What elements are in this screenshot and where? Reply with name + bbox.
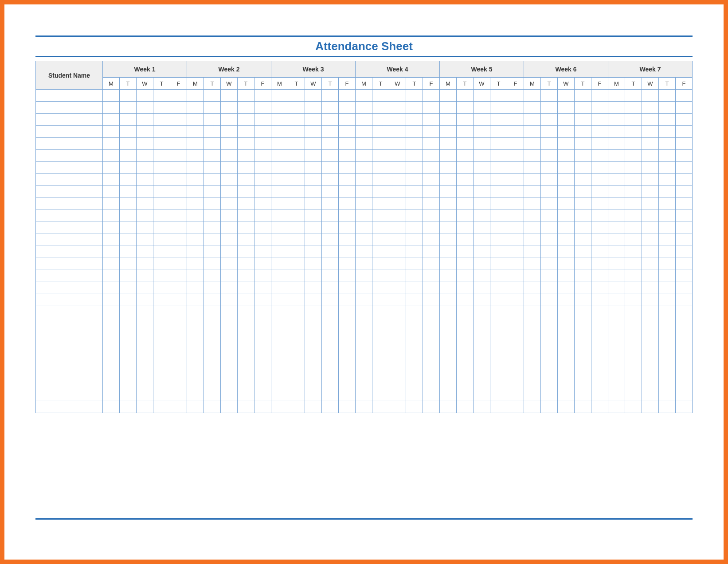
attendance-cell[interactable] <box>440 185 457 197</box>
attendance-cell[interactable] <box>322 102 339 114</box>
attendance-cell[interactable] <box>676 221 693 233</box>
attendance-cell[interactable] <box>490 377 507 389</box>
attendance-cell[interactable] <box>608 305 625 317</box>
attendance-cell[interactable] <box>676 209 693 221</box>
attendance-cell[interactable] <box>490 401 507 413</box>
attendance-cell[interactable] <box>625 221 642 233</box>
attendance-cell[interactable] <box>288 353 305 365</box>
attendance-cell[interactable] <box>170 150 187 162</box>
attendance-cell[interactable] <box>372 209 389 221</box>
attendance-cell[interactable] <box>372 197 389 209</box>
attendance-cell[interactable] <box>507 233 524 245</box>
attendance-cell[interactable] <box>238 317 254 329</box>
attendance-cell[interactable] <box>254 341 271 353</box>
attendance-cell[interactable] <box>642 377 659 389</box>
attendance-cell[interactable] <box>541 126 558 138</box>
attendance-cell[interactable] <box>457 162 474 174</box>
attendance-cell[interactable] <box>238 174 254 185</box>
attendance-cell[interactable] <box>608 389 625 401</box>
attendance-cell[interactable] <box>524 329 541 341</box>
attendance-cell[interactable] <box>423 305 440 317</box>
attendance-cell[interactable] <box>659 389 676 401</box>
attendance-cell[interactable] <box>322 365 339 377</box>
attendance-cell[interactable] <box>372 329 389 341</box>
attendance-cell[interactable] <box>153 317 170 329</box>
attendance-cell[interactable] <box>642 185 659 197</box>
attendance-cell[interactable] <box>558 102 575 114</box>
attendance-cell[interactable] <box>440 221 457 233</box>
attendance-cell[interactable] <box>372 353 389 365</box>
attendance-cell[interactable] <box>372 293 389 305</box>
attendance-cell[interactable] <box>305 174 322 185</box>
attendance-cell[interactable] <box>423 126 440 138</box>
attendance-cell[interactable] <box>271 341 288 353</box>
attendance-cell[interactable] <box>120 353 137 365</box>
attendance-cell[interactable] <box>625 377 642 389</box>
attendance-cell[interactable] <box>204 329 221 341</box>
attendance-cell[interactable] <box>423 365 440 377</box>
attendance-cell[interactable] <box>389 281 406 293</box>
attendance-cell[interactable] <box>103 317 120 329</box>
attendance-cell[interactable] <box>238 90 254 102</box>
attendance-cell[interactable] <box>204 269 221 281</box>
attendance-cell[interactable] <box>271 293 288 305</box>
attendance-cell[interactable] <box>490 269 507 281</box>
attendance-cell[interactable] <box>254 185 271 197</box>
attendance-cell[interactable] <box>288 293 305 305</box>
attendance-cell[interactable] <box>608 245 625 257</box>
attendance-cell[interactable] <box>591 293 608 305</box>
attendance-cell[interactable] <box>457 245 474 257</box>
attendance-cell[interactable] <box>187 245 204 257</box>
attendance-cell[interactable] <box>507 269 524 281</box>
attendance-cell[interactable] <box>271 257 288 269</box>
attendance-cell[interactable] <box>120 245 137 257</box>
attendance-cell[interactable] <box>474 365 490 377</box>
attendance-cell[interactable] <box>389 329 406 341</box>
attendance-cell[interactable] <box>591 185 608 197</box>
attendance-cell[interactable] <box>524 353 541 365</box>
attendance-cell[interactable] <box>305 138 322 150</box>
attendance-cell[interactable] <box>524 126 541 138</box>
attendance-cell[interactable] <box>558 269 575 281</box>
attendance-cell[interactable] <box>676 138 693 150</box>
attendance-cell[interactable] <box>659 257 676 269</box>
attendance-cell[interactable] <box>238 245 254 257</box>
attendance-cell[interactable] <box>288 365 305 377</box>
attendance-cell[interactable] <box>474 245 490 257</box>
attendance-cell[interactable] <box>541 257 558 269</box>
attendance-cell[interactable] <box>474 317 490 329</box>
attendance-cell[interactable] <box>339 305 356 317</box>
attendance-cell[interactable] <box>659 221 676 233</box>
attendance-cell[interactable] <box>170 341 187 353</box>
attendance-cell[interactable] <box>221 150 238 162</box>
attendance-cell[interactable] <box>372 269 389 281</box>
attendance-cell[interactable] <box>457 377 474 389</box>
attendance-cell[interactable] <box>440 90 457 102</box>
attendance-cell[interactable] <box>642 365 659 377</box>
attendance-cell[interactable] <box>153 90 170 102</box>
attendance-cell[interactable] <box>204 174 221 185</box>
attendance-cell[interactable] <box>238 341 254 353</box>
attendance-cell[interactable] <box>423 317 440 329</box>
attendance-cell[interactable] <box>625 341 642 353</box>
attendance-cell[interactable] <box>474 126 490 138</box>
attendance-cell[interactable] <box>372 401 389 413</box>
attendance-cell[interactable] <box>676 114 693 126</box>
attendance-cell[interactable] <box>575 281 591 293</box>
attendance-cell[interactable] <box>238 377 254 389</box>
attendance-cell[interactable] <box>659 281 676 293</box>
attendance-cell[interactable] <box>339 185 356 197</box>
attendance-cell[interactable] <box>490 174 507 185</box>
attendance-cell[interactable] <box>103 401 120 413</box>
attendance-cell[interactable] <box>153 197 170 209</box>
attendance-cell[interactable] <box>137 257 153 269</box>
attendance-cell[interactable] <box>339 221 356 233</box>
attendance-cell[interactable] <box>204 257 221 269</box>
attendance-cell[interactable] <box>625 401 642 413</box>
attendance-cell[interactable] <box>221 233 238 245</box>
attendance-cell[interactable] <box>457 185 474 197</box>
attendance-cell[interactable] <box>507 197 524 209</box>
attendance-cell[interactable] <box>423 353 440 365</box>
attendance-cell[interactable] <box>591 305 608 317</box>
attendance-cell[interactable] <box>120 401 137 413</box>
